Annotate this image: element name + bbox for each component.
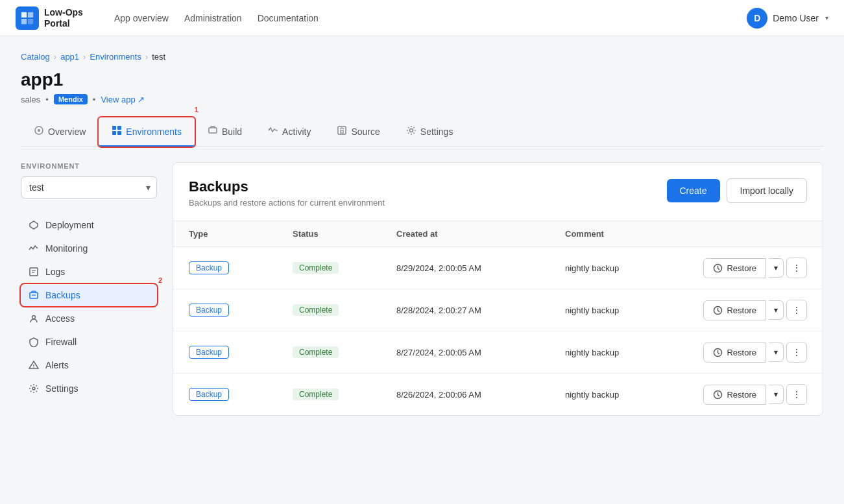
expand-button-2[interactable]: ▾ [769,342,784,362]
cell-date-2: 8/27/2024, 2:00:05 AM [396,348,565,357]
backup-badge-1: Backup [189,304,229,317]
tab-settings[interactable]: Settings [393,117,466,147]
sidebar-item-monitoring-label: Monitoring [45,243,88,254]
chevron-down-icon-3: ▾ [774,390,778,399]
import-locally-button[interactable]: Import locally [727,178,807,203]
restore-button-1[interactable]: Restore [703,300,766,320]
row-actions-2: Restore ▾ ⋮ [677,342,807,363]
col-status: Status [293,229,396,239]
sidebar-item-deployment[interactable]: Deployment [21,214,157,236]
complete-badge-1: Complete [293,304,339,316]
breadcrumb-sep-1: › [54,52,56,62]
breadcrumb-sep-3: › [145,52,148,62]
restore-label-1: Restore [727,306,756,315]
svg-rect-8 [112,131,116,135]
svg-point-13 [409,129,413,132]
env-select[interactable]: test production staging [21,176,157,198]
main-layout: ENVIRONMENT test production staging Depl… [21,162,823,416]
more-button-1[interactable]: ⋮ [786,300,807,320]
cell-status-2: Complete [293,346,396,358]
cell-type-2: Backup [189,346,293,359]
nav-app-overview[interactable]: App overview [114,13,169,23]
more-button-3[interactable]: ⋮ [786,384,807,405]
sidebar-item-access[interactable]: Access [21,307,157,330]
restore-label-0: Restore [727,263,756,273]
panel-actions: Create Import locally [667,178,808,203]
backup-badge-0: Backup [189,261,229,274]
breadcrumb-catalog[interactable]: Catalog [21,52,50,62]
top-navigation: Low-Ops Portal App overview Administrati… [0,0,844,36]
cell-status-3: Complete [293,389,396,400]
tab-activity-label: Activity [282,126,311,137]
tab-settings-label: Settings [420,126,453,137]
logo[interactable]: Low-Ops Portal [16,6,83,30]
restore-icon-0 [713,263,723,273]
sidebar-item-alerts[interactable]: Alerts [21,354,157,376]
tab-overview[interactable]: Overview [21,117,99,147]
sidebar-item-backups-label: Backups [45,290,80,300]
row-actions-3: Restore ▾ ⋮ [677,384,807,405]
expand-button-3[interactable]: ▾ [769,385,784,404]
page-content: Catalog › app1 › Environments › test app… [0,36,844,431]
sidebar-item-firewall-label: Firewall [45,337,77,347]
tab-build[interactable]: Build [195,117,255,147]
more-button-0[interactable]: ⋮ [786,258,807,278]
svg-rect-3 [28,18,33,23]
backup-badge-2: Backup [189,346,229,359]
cell-type-3: Backup [189,388,293,401]
more-button-2[interactable]: ⋮ [786,342,807,363]
restore-label-3: Restore [727,390,756,400]
cell-comment-0: nightly backup [565,263,677,273]
expand-button-0[interactable]: ▾ [769,258,784,278]
cell-comment-1: nightly backup [565,306,677,315]
breadcrumb-current: test [152,52,165,62]
tab-source[interactable]: Source [324,117,392,147]
sidebar-item-logs[interactable]: Logs [21,261,157,283]
sidebar-item-deployment-label: Deployment [45,220,94,230]
svg-rect-12 [341,130,343,133]
col-created-at: Created at [396,229,565,239]
env-label: ENVIRONMENT [21,162,157,170]
restore-icon-3 [713,390,723,400]
ellipsis-icon-2: ⋮ [792,347,801,357]
tab-environments[interactable]: Environments 1 [99,117,195,147]
col-actions [677,229,807,239]
svg-rect-9 [117,131,121,135]
restore-button-3[interactable]: Restore [703,385,766,405]
complete-badge-2: Complete [293,346,339,358]
tab-activity[interactable]: Activity [255,117,324,147]
view-app-link[interactable]: View app ↗ [101,95,144,104]
sidebar-item-firewall[interactable]: Firewall [21,331,157,353]
external-link-icon: ↗ [138,95,145,104]
source-icon [337,125,347,138]
restore-button-0[interactable]: Restore [703,258,766,278]
user-name: Demo User [773,13,819,23]
expand-button-1[interactable]: ▾ [769,300,784,320]
access-icon [29,313,39,324]
content-panel: Backups Backups and restore actions for … [173,162,823,416]
step-1-indicator: 1 [195,106,199,114]
chevron-down-icon: ▾ [825,14,828,21]
ellipsis-icon-3: ⋮ [792,389,801,400]
nav-documentation[interactable]: Documentation [258,13,319,23]
ellipsis-icon-0: ⋮ [792,263,801,273]
nav-administration[interactable]: Administration [184,13,242,23]
environments-icon [112,125,122,138]
tab-overview-label: Overview [48,126,86,137]
sidebar-item-backups[interactable]: Backups 2 [21,284,157,306]
sidebar-settings-icon [29,383,39,394]
sidebar-item-settings[interactable]: Settings [21,378,157,400]
breadcrumb-environments[interactable]: Environments [90,52,141,62]
create-button[interactable]: Create [667,179,720,202]
sidebar-item-monitoring[interactable]: Monitoring [21,237,157,259]
svg-rect-7 [117,126,121,130]
cell-date-3: 8/26/2024, 2:00:06 AM [396,390,565,400]
cell-comment-3: nightly backup [565,390,677,400]
user-menu[interactable]: D Demo User ▾ [747,8,828,29]
svg-rect-14 [30,268,38,276]
chevron-down-icon-0: ▾ [774,263,778,272]
monitoring-icon [29,243,39,254]
breadcrumb-app1[interactable]: app1 [60,52,79,62]
restore-button-2[interactable]: Restore [703,342,766,363]
backup-badge-3: Backup [189,388,229,401]
